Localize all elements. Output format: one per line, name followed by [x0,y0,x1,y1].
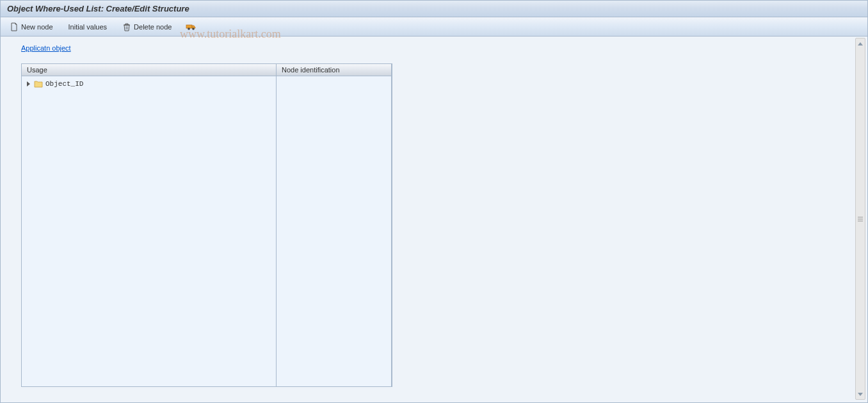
svg-point-4 [193,28,195,30]
tree-item-label: Object_ID [45,80,83,88]
usage-header[interactable]: Usage [22,64,276,76]
scroll-down-button[interactable] [856,390,865,399]
toolbar: New node Initial values Delete node [1,17,867,37]
app-window: Object Where-Used List: Create/Edit Stru… [0,0,868,403]
expand-icon[interactable] [27,81,30,86]
transport-button[interactable] [183,21,200,33]
svg-point-3 [188,28,191,30]
tree-item[interactable]: Object_ID [24,79,273,89]
chevron-down-icon [858,393,863,396]
tree-body: Object_ID [22,76,276,92]
vertical-scrollbar[interactable] [855,38,865,400]
initial-values-button[interactable]: Initial values [66,22,110,32]
folder-icon [34,80,43,88]
delete-node-label: Delete node [134,23,172,31]
delete-node-button[interactable]: Delete node [120,21,174,33]
svg-rect-2 [186,25,192,28]
new-node-button[interactable]: New node [7,21,56,33]
initial-values-label: Initial values [68,23,108,31]
page-title: Object Where-Used List: Create/Edit Stru… [7,4,189,13]
node-id-header[interactable]: Node identification [277,64,391,76]
application-object-link[interactable]: Applicatn object [21,44,71,52]
document-icon [10,22,19,31]
tree-panel: Usage Object_ID Node identification [21,63,392,387]
node-body [277,76,391,81]
trash-icon [122,22,131,31]
new-node-label: New node [21,23,53,31]
usage-column: Usage Object_ID [22,64,277,386]
link-section: Applicatn object [21,44,849,52]
scroll-up-button[interactable] [856,39,865,48]
chevron-up-icon [858,42,863,45]
scroll-grip[interactable] [858,217,863,221]
truck-icon [186,22,197,31]
node-identification-column: Node identification [277,64,392,386]
title-bar: Object Where-Used List: Create/Edit Stru… [1,1,867,17]
content-area: Applicatn object Usage Object_ID [1,37,867,402]
